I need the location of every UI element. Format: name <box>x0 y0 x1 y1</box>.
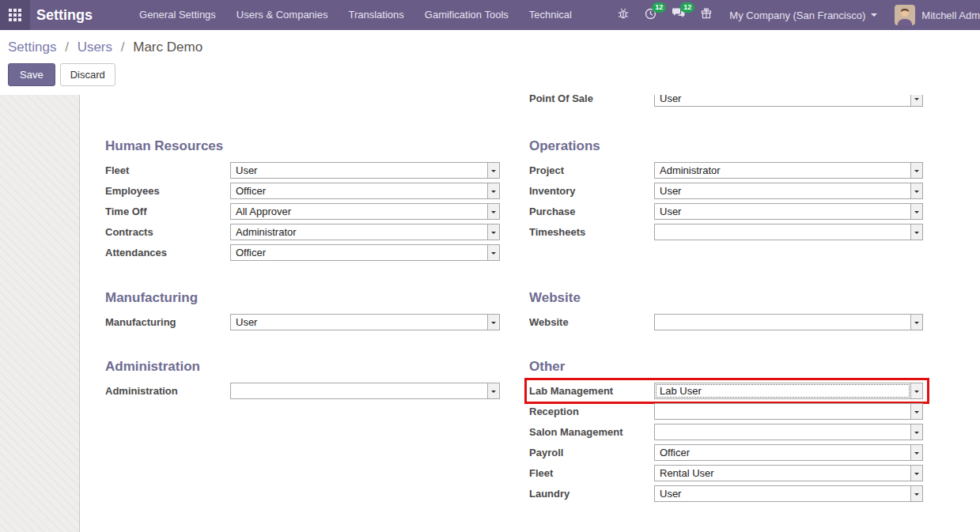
form-section: OtherLab ManagementLab UserReceptionSalo… <box>529 360 923 502</box>
field-label: Attendances <box>105 247 230 258</box>
form-section: OperationsProjectAdministratorInventoryU… <box>529 139 923 291</box>
select-attendances[interactable]: Officer <box>230 244 500 261</box>
field-label: Laundry <box>529 488 654 500</box>
menu-item-users-companies[interactable]: Users & Companies <box>226 0 339 30</box>
form-section: WebsiteWebsite <box>529 291 923 360</box>
form-row: FleetRental User <box>529 465 923 481</box>
control-panel: Settings / Users / Marc Demo Save Discar… <box>0 30 980 95</box>
form-row: ProjectAdministrator <box>529 162 923 179</box>
topbar: Settings General Settings Users & Compan… <box>0 0 980 30</box>
user-menu[interactable]: Mitchell Adm <box>887 5 980 25</box>
dropdown-arrow-icon <box>910 404 922 419</box>
form-row: Reception <box>529 403 923 420</box>
select-value: Officer <box>231 183 487 198</box>
field-label: Fleet <box>105 164 230 176</box>
breadcrumb: Settings / Users / Marc Demo <box>8 40 980 55</box>
select-administration[interactable] <box>230 383 500 399</box>
action-buttons: Save Discard <box>8 63 980 86</box>
select-fleet[interactable]: Rental User <box>654 465 923 481</box>
field-label: Employees <box>105 185 230 197</box>
select-timesheets[interactable] <box>654 224 923 240</box>
menu-item-gamification-tools[interactable]: Gamification Tools <box>414 0 519 30</box>
dropdown-arrow-icon <box>910 383 922 398</box>
field-label: Manufacturing <box>105 316 230 328</box>
save-button[interactable]: Save <box>8 63 55 86</box>
select-value: Administrator <box>655 163 910 178</box>
messages-button[interactable]: 12 <box>664 0 693 30</box>
right-column: Point Of Sale User OperationsProjectAdmi… <box>529 95 923 532</box>
breadcrumb-separator: / <box>121 40 125 55</box>
form-row: ManufacturingUser <box>105 314 500 330</box>
select-fleet[interactable]: User <box>230 162 500 179</box>
dropdown-arrow-icon <box>487 204 499 219</box>
discard-button[interactable]: Discard <box>60 63 115 86</box>
field-label: Contracts <box>105 226 230 238</box>
form-row: Timesheets <box>529 224 923 240</box>
select-inventory[interactable]: User <box>654 183 923 199</box>
select-value: Lab User <box>655 383 910 398</box>
select-time-off[interactable]: All Approver <box>230 203 500 220</box>
form-row: Administration <box>105 383 500 399</box>
form-sheet: Human ResourcesFleetUserEmployeesOfficer… <box>80 95 980 532</box>
select-point-of-sale[interactable]: User <box>654 95 923 107</box>
dropdown-arrow-icon <box>487 183 499 198</box>
dropdown-arrow-icon <box>910 224 922 240</box>
breadcrumb-users[interactable]: Users <box>78 40 112 55</box>
select-payroll[interactable]: Officer <box>654 444 923 461</box>
select-value: Rental User <box>655 466 910 481</box>
form-section: AdministrationAdministration <box>105 360 500 399</box>
left-column: Human ResourcesFleetUserEmployeesOfficer… <box>105 95 500 532</box>
menu-item-translations[interactable]: Translations <box>338 0 414 30</box>
form-row: Lab ManagementLab User <box>529 383 923 399</box>
form-row: Time OffAll Approver <box>105 203 500 220</box>
dropdown-arrow-icon <box>487 245 499 260</box>
bug-icon <box>617 7 630 23</box>
select-value: All Approver <box>231 204 487 219</box>
app-title[interactable]: Settings <box>36 7 93 24</box>
section-title: Human Resources <box>105 139 500 153</box>
form-row: Salon Management <box>529 424 923 440</box>
select-value <box>655 424 910 440</box>
column-spacer <box>105 95 500 139</box>
user-avatar <box>895 5 915 25</box>
form-row: Website <box>529 314 923 330</box>
field-label: Administration <box>105 385 230 397</box>
field-label: Project <box>529 164 654 176</box>
dropdown-arrow-icon <box>487 383 499 398</box>
select-purchase[interactable]: User <box>654 203 923 220</box>
form-row: AttendancesOfficer <box>105 244 500 261</box>
menu-item-general-settings[interactable]: General Settings <box>129 0 226 30</box>
select-value <box>655 315 910 330</box>
select-employees[interactable]: Officer <box>230 183 500 199</box>
breadcrumb-settings[interactable]: Settings <box>8 40 56 55</box>
form-row: LaundryUser <box>529 485 923 502</box>
content: Human ResourcesFleetUserEmployeesOfficer… <box>0 95 980 532</box>
select-lab-management[interactable]: Lab User <box>654 383 923 399</box>
apps-menu-button[interactable] <box>0 0 30 30</box>
company-menu[interactable]: My Company (San Francisco) <box>720 9 887 21</box>
field-label: Salon Management <box>529 426 654 438</box>
select-website[interactable] <box>654 314 923 330</box>
select-salon-management[interactable] <box>654 424 923 440</box>
company-name: My Company (San Francisco) <box>729 9 865 21</box>
select-reception[interactable] <box>654 403 923 420</box>
select-laundry[interactable]: User <box>654 485 923 502</box>
gift-button[interactable] <box>693 0 720 30</box>
select-contracts[interactable]: Administrator <box>230 224 500 240</box>
clipped-top-row: Point Of Sale User <box>529 95 923 108</box>
select-project[interactable]: Administrator <box>654 162 923 179</box>
field-label: Time Off <box>105 206 230 217</box>
debug-button[interactable] <box>610 0 637 30</box>
field-label: Point Of Sale <box>529 95 654 104</box>
activities-button[interactable]: 12 <box>637 0 664 30</box>
dropdown-arrow-icon <box>910 466 922 481</box>
form-row: Point Of Sale User <box>529 95 923 107</box>
dropdown-arrow-icon <box>910 315 922 330</box>
select-value <box>231 383 487 398</box>
select-manufacturing[interactable]: User <box>230 314 500 330</box>
field-label: Website <box>529 316 654 328</box>
form-section: ManufacturingManufacturingUser <box>105 291 500 360</box>
menu-item-technical[interactable]: Technical <box>519 0 582 30</box>
dropdown-arrow-icon <box>910 204 922 219</box>
field-label: Timesheets <box>529 226 654 238</box>
